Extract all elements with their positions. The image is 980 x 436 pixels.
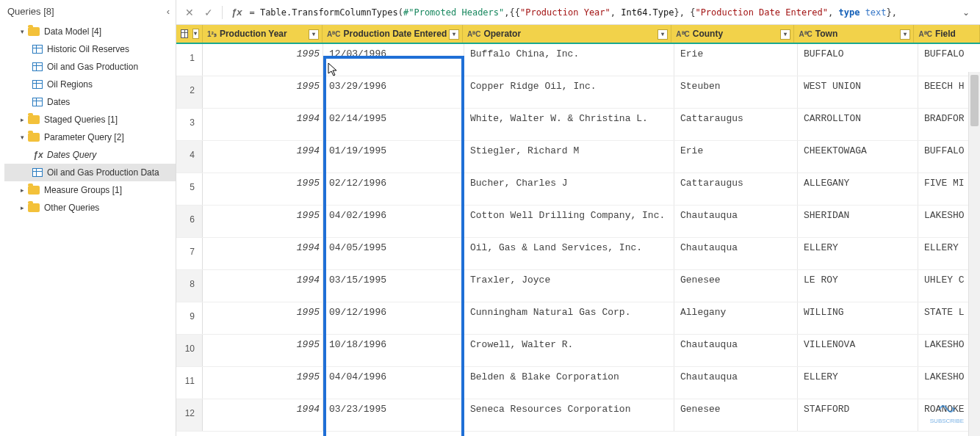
row-number-cell[interactable]: 10 bbox=[176, 335, 203, 366]
cell-county[interactable]: Chautauqua bbox=[674, 335, 798, 366]
cell-operator[interactable]: Oil, Gas & Land Services, Inc. bbox=[464, 238, 674, 269]
cell-production-date-entered[interactable]: 03/23/1995 bbox=[323, 399, 464, 431]
fx-icon[interactable]: ƒx bbox=[228, 7, 245, 18]
cell-production-date-entered[interactable]: 03/29/1996 bbox=[323, 76, 464, 108]
cell-town[interactable]: CHEEKTOWAGA bbox=[798, 141, 918, 172]
cell-production-date-entered[interactable]: 04/05/1995 bbox=[323, 238, 464, 269]
query-item-oil-and-gas-production[interactable]: Oil and Gas Production bbox=[4, 58, 176, 76]
cell-county[interactable]: Chautauqua bbox=[674, 206, 798, 237]
cell-production-date-entered[interactable]: 04/02/1996 bbox=[323, 206, 464, 237]
cell-operator[interactable]: White, Walter W. & Christina L. bbox=[464, 109, 674, 140]
cell-production-date-entered[interactable]: 03/15/1995 bbox=[323, 270, 464, 302]
table-row[interactable]: 4199401/19/1995Stiegler, Richard MErieCH… bbox=[176, 141, 980, 173]
cell-operator[interactable]: Buffalo China, Inc. bbox=[464, 44, 674, 76]
cell-production-year[interactable]: 1994 bbox=[203, 109, 323, 140]
cell-production-year[interactable]: 1995 bbox=[203, 44, 323, 76]
cell-town[interactable]: ELLERY bbox=[798, 367, 918, 399]
cell-county[interactable]: Chautauqua bbox=[674, 238, 798, 269]
cell-operator[interactable]: Crowell, Walter R. bbox=[464, 335, 674, 366]
row-number-cell[interactable]: 7 bbox=[176, 238, 203, 269]
row-number-cell[interactable]: 8 bbox=[176, 270, 203, 302]
cell-operator[interactable]: Belden & Blake Corporation bbox=[464, 367, 674, 399]
cell-production-year[interactable]: 1995 bbox=[203, 76, 323, 108]
row-number-cell[interactable]: 5 bbox=[176, 173, 203, 205]
cell-town[interactable]: VILLENOVA bbox=[798, 335, 918, 366]
table-row[interactable]: 6199504/02/1996Cotton Well Drilling Comp… bbox=[176, 206, 980, 238]
table-row[interactable]: 3199402/14/1995White, Walter W. & Christ… bbox=[176, 109, 980, 141]
cell-town[interactable]: WILLING bbox=[798, 302, 918, 334]
vertical-scrollbar[interactable] bbox=[968, 72, 980, 436]
table-row[interactable]: 7199404/05/1995Oil, Gas & Land Services,… bbox=[176, 238, 980, 270]
cell-operator[interactable]: Bucher, Charles J bbox=[464, 173, 674, 205]
filter-dropdown-icon[interactable]: ▾ bbox=[657, 29, 668, 40]
cell-town[interactable]: STAFFORD bbox=[798, 399, 918, 431]
cell-operator[interactable]: Seneca Resources Corporation bbox=[464, 399, 674, 431]
cell-town[interactable]: BUFFALO bbox=[798, 44, 918, 76]
cell-county[interactable]: Chautauqua bbox=[674, 367, 798, 399]
accept-formula-button[interactable]: ✓ bbox=[201, 5, 216, 20]
cell-production-date-entered[interactable]: 02/14/1995 bbox=[323, 109, 464, 140]
cell-county[interactable]: Cattaraugus bbox=[674, 173, 798, 205]
cell-production-year[interactable]: 1995 bbox=[203, 302, 323, 334]
cell-production-year[interactable]: 1994 bbox=[203, 141, 323, 172]
row-number-cell[interactable]: 2 bbox=[176, 76, 203, 108]
cell-production-date-entered[interactable]: 09/12/1996 bbox=[323, 302, 464, 334]
table-menu-dropdown[interactable]: ▾ bbox=[192, 29, 200, 39]
cell-production-year[interactable]: 1995 bbox=[203, 173, 323, 205]
cell-town[interactable]: ALLEGANY bbox=[798, 173, 918, 205]
cell-town[interactable]: CARROLLTON bbox=[798, 109, 918, 140]
cell-town[interactable]: SHERIDAN bbox=[798, 206, 918, 237]
cell-county[interactable]: Cattaraugus bbox=[674, 109, 798, 140]
chevron-down-icon[interactable]: ▾ bbox=[18, 134, 26, 141]
cell-operator[interactable]: Cotton Well Drilling Company, Inc. bbox=[464, 206, 674, 237]
chevron-down-icon[interactable]: ▾ bbox=[18, 28, 26, 35]
column-header-field[interactable]: AᴮC Field bbox=[914, 25, 980, 43]
table-row[interactable]: 8199403/15/1995Traxler, JoyceGeneseeLE R… bbox=[176, 270, 980, 302]
column-header-operator[interactable]: AᴮC Operator ▾ bbox=[463, 25, 671, 43]
cell-production-date-entered[interactable]: 12/03/1996 bbox=[323, 44, 464, 76]
cell-production-year[interactable]: 1994 bbox=[203, 399, 323, 431]
row-number-cell[interactable]: 3 bbox=[176, 109, 203, 140]
cell-production-date-entered[interactable]: 04/04/1996 bbox=[323, 367, 464, 399]
table-row[interactable]: 2199503/29/1996Copper Ridge Oil, Inc.Ste… bbox=[176, 76, 980, 109]
table-row[interactable]: 11199504/04/1996Belden & Blake Corporati… bbox=[176, 367, 980, 399]
row-number-header[interactable]: ▾ bbox=[176, 25, 203, 43]
row-number-cell[interactable]: 11 bbox=[176, 367, 203, 399]
column-header-production-year[interactable]: 1²₃ Production Year ▾ bbox=[203, 25, 323, 43]
cell-operator[interactable]: Stiegler, Richard M bbox=[464, 141, 674, 172]
query-item-oil-regions[interactable]: Oil Regions bbox=[4, 76, 176, 93]
cell-county[interactable]: Genesee bbox=[674, 270, 798, 302]
row-number-cell[interactable]: 4 bbox=[176, 141, 203, 172]
column-header-county[interactable]: AᴮC County ▾ bbox=[671, 25, 794, 43]
collapse-panel-icon[interactable]: ‹ bbox=[167, 6, 170, 17]
row-number-cell[interactable]: 9 bbox=[176, 302, 203, 334]
cell-production-date-entered[interactable]: 10/18/1996 bbox=[323, 335, 464, 366]
folder-parameter-query-2-[interactable]: ▾Parameter Query [2] bbox=[4, 128, 176, 146]
expand-formula-icon[interactable]: ⌄ bbox=[959, 7, 973, 18]
column-header-town[interactable]: AᴮC Town ▾ bbox=[794, 25, 914, 43]
cell-production-year[interactable]: 1994 bbox=[203, 270, 323, 302]
query-item-historic-oil-reserves[interactable]: Historic Oil Reserves bbox=[4, 40, 176, 58]
scrollbar-thumb[interactable] bbox=[970, 75, 979, 126]
cell-production-year[interactable]: 1994 bbox=[203, 238, 323, 269]
filter-dropdown-icon[interactable]: ▾ bbox=[900, 29, 910, 40]
query-item-dates[interactable]: Dates bbox=[4, 93, 176, 111]
cell-operator[interactable]: Cunningham Natural Gas Corp. bbox=[464, 302, 674, 334]
row-number-cell[interactable]: 1 bbox=[176, 44, 203, 76]
table-row[interactable]: 1199512/03/1996Buffalo China, Inc.ErieBU… bbox=[176, 44, 980, 76]
filter-dropdown-icon[interactable]: ▾ bbox=[309, 29, 319, 40]
cell-production-year[interactable]: 1995 bbox=[203, 206, 323, 237]
cell-production-date-entered[interactable]: 02/12/1996 bbox=[323, 173, 464, 205]
table-row[interactable]: 12199403/23/1995Seneca Resources Corpora… bbox=[176, 399, 980, 432]
chevron-right-icon[interactable]: ▸ bbox=[18, 186, 26, 194]
row-number-cell[interactable]: 12 bbox=[176, 399, 203, 431]
filter-dropdown-icon[interactable]: ▾ bbox=[780, 29, 790, 40]
cell-production-year[interactable]: 1995 bbox=[203, 335, 323, 366]
cell-field[interactable]: BUFFALO bbox=[918, 44, 980, 76]
cell-town[interactable]: ELLERY bbox=[798, 238, 918, 269]
cell-county[interactable]: Erie bbox=[674, 44, 798, 76]
cell-county[interactable]: Erie bbox=[674, 141, 798, 172]
column-header-production-date-entered[interactable]: AᴮC Production Date Entered ▾ bbox=[323, 25, 463, 43]
row-number-cell[interactable]: 6 bbox=[176, 206, 203, 237]
chevron-right-icon[interactable]: ▸ bbox=[18, 116, 26, 123]
